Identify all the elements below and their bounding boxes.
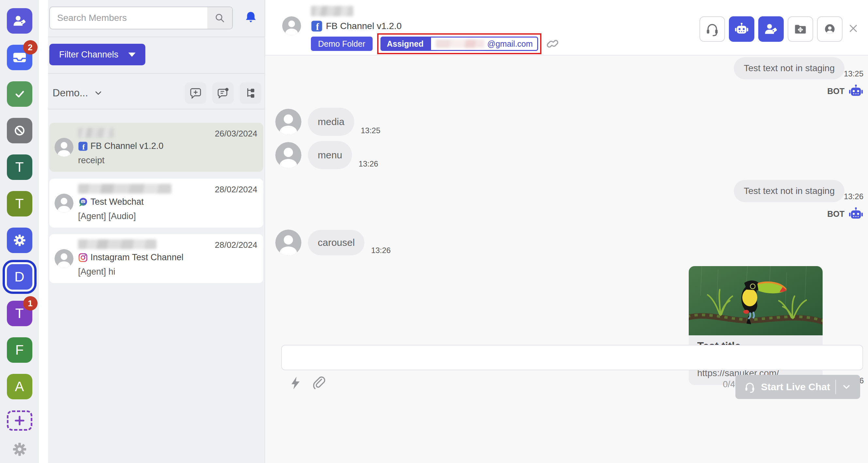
assign-agent-button[interactable] bbox=[758, 16, 784, 42]
rail-item-workspace-gear[interactable] bbox=[7, 227, 32, 253]
contact-name-redacted bbox=[78, 239, 156, 249]
message-time: 13:25 bbox=[844, 69, 863, 79]
facebook-icon: f bbox=[78, 142, 88, 151]
instagram-icon bbox=[78, 253, 88, 263]
chat-notifications-button[interactable] bbox=[212, 82, 234, 104]
user-tag-icon bbox=[764, 22, 778, 36]
notifications-bell-button[interactable] bbox=[244, 10, 258, 24]
workspace-unread-badge: 1 bbox=[23, 296, 37, 310]
rail-item-workspace-t-olive[interactable]: T bbox=[7, 191, 32, 216]
channel-name: FB Channel v1.2.0 bbox=[326, 21, 402, 31]
message-bubble-incoming: menu bbox=[308, 141, 352, 169]
folder-selector[interactable]: Demo... bbox=[53, 87, 88, 99]
member-search bbox=[49, 6, 233, 29]
search-button[interactable] bbox=[207, 7, 232, 29]
assigned-email-field[interactable]: @gmail.com bbox=[430, 37, 538, 51]
bot-sender-row: BOT bbox=[827, 84, 863, 99]
conversation-date: 26/03/2024 bbox=[215, 129, 257, 139]
start-live-chat-label: Start Live Chat bbox=[761, 381, 830, 393]
inbox-unread-badge: 2 bbox=[23, 40, 37, 55]
channel-name: FB Channel v1.2.0 bbox=[90, 141, 164, 151]
divider bbox=[48, 37, 265, 37]
inbox-icon bbox=[12, 50, 27, 65]
gear-icon bbox=[13, 234, 26, 247]
rail-item-blocked[interactable] bbox=[7, 118, 32, 143]
person-circle-icon bbox=[823, 22, 837, 36]
conversation-date: 28/02/2024 bbox=[215, 240, 257, 250]
settings-button[interactable] bbox=[12, 442, 27, 457]
rail-item-workspace-a[interactable]: A bbox=[7, 374, 32, 399]
message-bubble-incoming: media bbox=[308, 108, 354, 136]
paperclip-icon bbox=[312, 375, 327, 391]
message-bubble-incoming: carousel bbox=[308, 230, 365, 255]
live-chat-toggle-button[interactable] bbox=[700, 16, 725, 42]
chat-panel: f FB Channel v1.2.0 Demo Folder Assigned… bbox=[265, 0, 868, 463]
lightning-icon bbox=[288, 375, 303, 391]
rail-item-inbox[interactable]: 2 bbox=[7, 45, 32, 70]
folder-move-icon bbox=[793, 22, 808, 36]
robot-icon bbox=[848, 206, 863, 221]
composer bbox=[281, 345, 863, 370]
avatar bbox=[275, 109, 302, 135]
rail-item-user-tag[interactable] bbox=[7, 8, 32, 34]
add-workspace-button[interactable] bbox=[7, 410, 32, 431]
rail-item-done[interactable] bbox=[7, 81, 32, 107]
new-chat-button[interactable] bbox=[185, 82, 207, 104]
folder-tag[interactable]: Demo Folder bbox=[311, 37, 373, 51]
divider bbox=[48, 73, 265, 74]
rail-item-workspace-d-selected[interactable]: D bbox=[7, 264, 32, 289]
block-icon bbox=[12, 123, 27, 138]
channel-tree-button[interactable] bbox=[240, 82, 261, 104]
rail-item-workspace-t-purple[interactable]: T 1 bbox=[7, 301, 32, 326]
conversation-item-fb[interactable]: 26/03/2024 f FB Channel v1.2.0 receipt bbox=[49, 123, 263, 172]
chevron-down-icon[interactable] bbox=[841, 382, 852, 392]
move-folder-button[interactable] bbox=[788, 16, 813, 42]
search-input[interactable] bbox=[50, 7, 207, 29]
message-input[interactable] bbox=[281, 345, 863, 370]
email-domain: @gmail.com bbox=[487, 39, 533, 49]
plus-icon bbox=[14, 415, 26, 426]
rail-item-workspace-t-teal[interactable]: T bbox=[7, 154, 32, 180]
card-image-toucan bbox=[689, 266, 823, 335]
chat-plus-icon bbox=[189, 87, 202, 100]
bot-mode-button[interactable] bbox=[729, 16, 754, 42]
facebook-icon: f bbox=[311, 20, 323, 32]
close-chat-button[interactable] bbox=[847, 22, 860, 35]
chevron-down-icon[interactable] bbox=[93, 88, 103, 98]
message-time: 13:26 bbox=[844, 192, 863, 201]
button-divider bbox=[835, 380, 836, 394]
avatar bbox=[282, 16, 301, 35]
avatar bbox=[55, 138, 73, 157]
webchat-bot-icon bbox=[78, 197, 88, 207]
channel-name: Instagram Test Channel bbox=[90, 252, 184, 263]
attach-file-button[interactable] bbox=[312, 375, 327, 391]
conversation-list-panel: Filter Channels Demo... bbox=[48, 0, 265, 463]
start-live-chat-button[interactable]: Start Live Chat bbox=[736, 375, 860, 399]
workspace-initial: F bbox=[16, 342, 24, 358]
rail-item-workspace-f[interactable]: F bbox=[7, 337, 32, 363]
contact-name-redacted bbox=[78, 184, 172, 194]
workspace-initial: T bbox=[16, 196, 24, 212]
avatar bbox=[275, 142, 302, 168]
tree-icon bbox=[244, 87, 257, 100]
folder-selector-row: Demo... bbox=[53, 80, 261, 106]
conversation-date: 28/02/2024 bbox=[215, 184, 257, 195]
link-icon[interactable] bbox=[546, 37, 559, 50]
last-message-preview: [Agent] [Audio] bbox=[78, 211, 136, 221]
contact-profile-button[interactable] bbox=[817, 16, 842, 42]
message-time: 13:25 bbox=[361, 126, 380, 135]
robot-icon bbox=[848, 84, 863, 99]
search-icon bbox=[214, 12, 226, 24]
message-bubble-outgoing: Test text not in staging bbox=[734, 180, 844, 202]
conversation-item-instagram[interactable]: 28/02/2024 Instagram Test Channel [Agent… bbox=[49, 234, 263, 283]
message-time: 13:26 bbox=[359, 159, 378, 168]
filter-channels-button[interactable]: Filter Channels bbox=[49, 44, 145, 65]
conversation-item-webchat[interactable]: 28/02/2024 Test Webchat [Agent] [Audio] bbox=[49, 179, 263, 227]
divider bbox=[48, 109, 265, 110]
quick-replies-button[interactable] bbox=[288, 375, 303, 391]
user-tag-icon bbox=[12, 14, 27, 28]
avatar bbox=[275, 229, 302, 256]
last-message-preview: [Agent] hi bbox=[78, 267, 115, 277]
message-row-incoming: menu 13:26 bbox=[275, 141, 378, 169]
filter-channels-label: Filter Channels bbox=[59, 50, 119, 60]
